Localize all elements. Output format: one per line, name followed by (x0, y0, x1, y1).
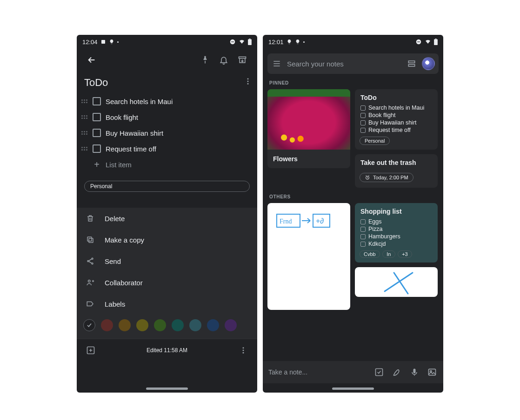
card-tag-row: Cvbb In +3 (355, 248, 438, 262)
note-card-drawing-2[interactable] (355, 267, 438, 297)
svg-rect-24 (408, 65, 414, 66)
search-bar[interactable]: Search your notes (267, 53, 439, 74)
svg-rect-3 (248, 39, 252, 45)
checklist-item[interactable]: Request time off (81, 141, 253, 157)
color-swatch[interactable] (225, 319, 237, 331)
copy-icon (85, 236, 95, 244)
note-card-trash[interactable]: Take out the trash Today, 2:00 PM (355, 154, 438, 188)
card-checklist-item: Request time off (355, 126, 438, 134)
pin-button[interactable] (196, 51, 214, 69)
color-swatch[interactable] (154, 319, 166, 331)
bottom-sheet-menu: Delete Make a copy Send Collaborator Lab… (77, 208, 257, 339)
checklist-text[interactable]: Search hotels in Maui (106, 98, 173, 105)
svg-rect-21 (434, 39, 438, 45)
drag-handle-icon[interactable] (81, 115, 88, 119)
account-avatar[interactable] (422, 57, 435, 70)
menu-icon[interactable] (271, 58, 282, 69)
checklist-item[interactable]: Buy Hawaiian shirt (81, 125, 253, 141)
card-tag-chip: In (382, 250, 395, 258)
note-title[interactable]: ToDo (77, 71, 115, 92)
checkbox[interactable] (93, 97, 101, 105)
svg-point-7 (247, 81, 249, 82)
card-checklist-item: Book flight (355, 112, 438, 119)
new-drawing-button[interactable] (391, 367, 402, 378)
add-list-item[interactable]: + List item (81, 157, 253, 172)
svg-point-12 (87, 261, 89, 262)
color-swatch[interactable] (119, 319, 131, 331)
note-card-flowers[interactable]: Flowers (267, 89, 350, 168)
note-card-todo[interactable]: ToDo Search hotels in Maui Book flight B… (355, 89, 438, 150)
svg-rect-4 (249, 39, 250, 39)
checklist-item[interactable]: Book flight (81, 109, 253, 125)
svg-point-13 (92, 263, 93, 264)
svg-point-14 (88, 280, 91, 282)
menu-send[interactable]: Send (77, 250, 257, 272)
checkbox-icon (360, 120, 366, 125)
new-checklist-button[interactable] (373, 367, 385, 378)
menu-collaborator[interactable]: Collaborator (77, 272, 257, 293)
svg-point-8 (247, 83, 249, 85)
svg-rect-2 (231, 41, 234, 42)
checklist-text[interactable]: Book flight (106, 113, 138, 121)
svg-point-17 (243, 349, 244, 351)
card-checklist-item: Hamburgers (355, 233, 438, 240)
label-chip[interactable]: Personal (84, 181, 250, 192)
checklist-item[interactable]: Search hotels in Maui (81, 93, 253, 109)
drag-handle-icon[interactable] (81, 147, 88, 151)
drag-handle-icon[interactable] (81, 99, 88, 103)
add-content-button[interactable] (81, 341, 100, 360)
reminder-button[interactable] (214, 51, 233, 69)
status-time: 12:01 (268, 39, 284, 46)
color-swatch-default[interactable] (83, 319, 95, 331)
lightbulb-icon (287, 39, 292, 45)
lightbulb-icon (109, 39, 114, 45)
checkbox-icon (360, 128, 366, 133)
note-card-drawing[interactable]: Frnd +∂ (267, 203, 350, 310)
color-swatch[interactable] (172, 319, 184, 331)
card-checklist-item: Search hotels in Maui (355, 104, 438, 112)
take-note-input[interactable]: Take a note... (268, 368, 367, 376)
reminder-text: Today, 2:00 PM (373, 175, 408, 180)
checklist-text[interactable]: Request time off (106, 145, 156, 153)
wifi-icon (239, 39, 245, 45)
nav-gesture-pill[interactable] (332, 387, 374, 390)
menu-delete[interactable]: Delete (77, 208, 257, 229)
new-voice-button[interactable] (409, 367, 420, 378)
menu-label: Make a copy (105, 236, 144, 244)
svg-rect-23 (408, 61, 414, 63)
share-icon (85, 257, 95, 265)
note-more-button[interactable] (239, 72, 257, 91)
checkbox[interactable] (93, 129, 101, 137)
editor-bottom-bar: Edited 11:58 AM (77, 339, 257, 361)
svg-rect-22 (435, 39, 436, 39)
view-toggle-icon[interactable] (406, 58, 417, 69)
person-add-icon (85, 278, 95, 287)
back-button[interactable] (82, 51, 101, 69)
color-swatch[interactable] (207, 319, 219, 331)
status-dot (303, 41, 305, 43)
nav-gesture-pill[interactable] (146, 387, 188, 390)
menu-label: Collaborator (105, 279, 143, 287)
note-card-shopping[interactable]: Shopping list Eggs Pizza Hamburgers Kdkc… (355, 203, 438, 262)
checklist: Search hotels in Maui Book flight Buy Ha… (77, 92, 257, 174)
checklist-text[interactable]: Buy Hawaiian shirt (106, 129, 163, 137)
checkbox[interactable] (93, 144, 101, 153)
drag-handle-icon[interactable] (81, 131, 88, 135)
more-actions-button[interactable] (234, 341, 253, 360)
archive-button[interactable] (233, 51, 252, 69)
checkbox[interactable] (93, 113, 101, 121)
drawing-preview: Frnd +∂ (267, 203, 350, 310)
status-time: 12:04 (82, 39, 98, 46)
add-item-placeholder: List item (106, 161, 132, 169)
card-checklist-item: Buy Hawaiian shirt (355, 119, 438, 126)
note-card-title: ToDo (355, 89, 438, 104)
color-swatch[interactable] (189, 319, 201, 331)
color-swatch[interactable] (101, 319, 113, 331)
checkbox-icon (360, 105, 366, 111)
phone-note-editor: 12:04 (77, 35, 257, 393)
new-image-button[interactable] (427, 367, 438, 378)
alarm-icon (365, 175, 370, 180)
color-swatch[interactable] (136, 319, 148, 331)
menu-labels[interactable]: Labels (77, 293, 257, 315)
menu-copy[interactable]: Make a copy (77, 229, 257, 250)
